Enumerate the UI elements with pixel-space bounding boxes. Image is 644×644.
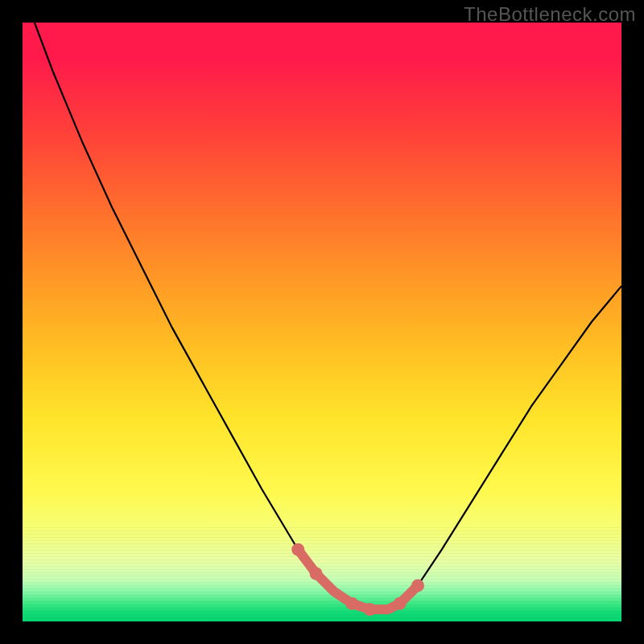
highlight-dot [310, 568, 323, 580]
chart-stage: TheBottleneck.com [0, 0, 644, 644]
plot-area [23, 23, 621, 621]
highlight-dot [291, 543, 304, 556]
watermark-text: TheBottleneck.com [464, 3, 636, 26]
highlight-dot [394, 597, 407, 610]
highlight-dot [345, 597, 358, 610]
highlight-dot [364, 603, 377, 616]
highlight-dot [411, 579, 424, 592]
highlight-dots [291, 543, 424, 616]
highlight-overlay [23, 23, 621, 621]
